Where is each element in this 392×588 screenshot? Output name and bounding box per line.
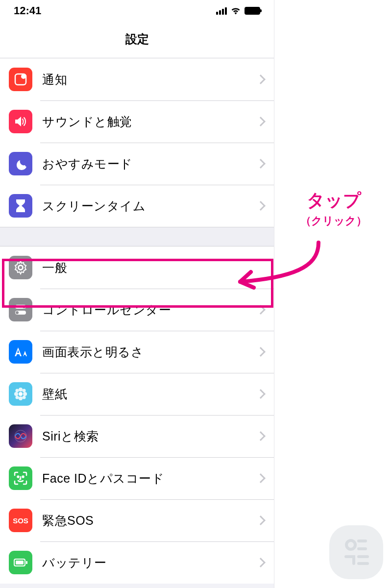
cellular-signal-icon xyxy=(216,7,227,15)
chevron-right-icon xyxy=(256,159,266,169)
settings-row-dnd[interactable]: おやすみモード xyxy=(0,143,274,185)
text-size-icon xyxy=(9,340,32,364)
svg-point-21 xyxy=(346,540,355,549)
row-label: 通知 xyxy=(42,72,257,88)
svg-point-8 xyxy=(19,396,23,400)
row-label: 一般 xyxy=(42,260,264,276)
settings-list: 通知サウンドと触覚おやすみモードスクリーンタイム一般コントロールセンター画面表示… xyxy=(0,58,274,584)
chevron-right-icon xyxy=(256,558,266,567)
status-bar: 12:41 xyxy=(0,0,274,22)
speaker-icon xyxy=(9,110,32,133)
annotation-main: タップ xyxy=(277,189,390,213)
svg-point-10 xyxy=(23,392,27,396)
svg-rect-19 xyxy=(16,561,24,564)
row-label: コントロールセンター xyxy=(42,302,257,318)
status-time: 12:41 xyxy=(14,4,41,17)
svg-point-11 xyxy=(16,389,19,392)
chevron-right-icon xyxy=(256,473,266,483)
svg-point-3 xyxy=(23,305,25,308)
settings-row-sos[interactable]: SOS緊急SOS xyxy=(0,499,274,541)
chevron-right-icon xyxy=(256,515,266,525)
row-label: おやすみモード xyxy=(42,156,257,172)
svg-point-14 xyxy=(23,396,26,399)
chevron-right-icon xyxy=(256,201,266,211)
chevron-right-icon xyxy=(256,431,266,441)
svg-point-13 xyxy=(16,396,19,399)
settings-row-notifications[interactable]: 通知 xyxy=(0,58,274,100)
row-label: 緊急SOS xyxy=(42,513,257,529)
svg-point-6 xyxy=(19,392,23,396)
moon-icon xyxy=(9,152,32,175)
row-label: サウンドと触覚 xyxy=(42,114,257,130)
page-title: 設定 xyxy=(0,22,274,58)
switches-icon xyxy=(9,298,32,321)
tap-annotation: タップ （クリック） xyxy=(277,189,390,228)
face-id-icon xyxy=(9,466,32,490)
gear-icon xyxy=(9,256,32,279)
section-separator xyxy=(0,227,274,246)
settings-row-wallpaper[interactable]: 壁紙 xyxy=(0,373,274,415)
settings-section: 通知サウンドと触覚おやすみモードスクリーンタイム xyxy=(0,58,274,227)
row-label: 画面表示と明るさ xyxy=(42,344,257,360)
flower-icon xyxy=(9,382,32,406)
settings-row-battery[interactable]: バッテリー xyxy=(0,541,274,584)
chevron-right-icon xyxy=(256,347,266,357)
svg-point-16 xyxy=(18,476,19,478)
annotation-sub: （クリック） xyxy=(277,214,390,228)
row-label: バッテリー xyxy=(42,555,257,571)
hourglass-icon xyxy=(9,194,32,218)
settings-row-general[interactable]: 一般 xyxy=(0,246,274,289)
watermark xyxy=(329,525,383,579)
settings-row-siri[interactable]: Siriと検索 xyxy=(0,415,274,457)
settings-row-control[interactable]: コントロールセンター xyxy=(0,289,274,331)
chevron-right-icon xyxy=(256,305,266,315)
row-label: Face IDとパスコード xyxy=(42,470,257,487)
battery-icon xyxy=(9,551,32,574)
sos-icon: SOS xyxy=(9,509,32,532)
svg-point-12 xyxy=(23,389,26,392)
settings-row-display[interactable]: 画面表示と明るさ xyxy=(0,331,274,373)
settings-section: 一般コントロールセンター画面表示と明るさ壁紙Siriと検索Face IDとパスコ… xyxy=(0,246,274,584)
chevron-right-icon xyxy=(256,74,266,84)
row-label: Siriと検索 xyxy=(42,428,257,444)
row-label: スクリーンタイム xyxy=(42,198,257,214)
battery-icon xyxy=(245,7,260,15)
siri-icon xyxy=(9,424,32,448)
chevron-right-icon xyxy=(256,117,266,126)
wifi-icon xyxy=(231,7,241,15)
svg-point-9 xyxy=(14,392,18,396)
row-label: 壁紙 xyxy=(42,386,257,402)
settings-row-screentime[interactable]: スクリーンタイム xyxy=(0,185,274,227)
notification-icon xyxy=(9,68,32,91)
settings-screen: 12:41 設定 通知サウンドと触覚おやすみモードスクリーンタイム一般コントロー… xyxy=(0,0,274,588)
svg-point-1 xyxy=(21,74,26,79)
svg-point-7 xyxy=(19,388,23,392)
status-icons xyxy=(216,7,260,15)
svg-rect-20 xyxy=(26,561,27,564)
settings-row-faceid[interactable]: Face IDとパスコード xyxy=(0,457,274,499)
svg-point-5 xyxy=(16,311,19,314)
chevron-right-icon xyxy=(256,389,266,399)
settings-row-sounds[interactable]: サウンドと触覚 xyxy=(0,100,274,143)
svg-point-17 xyxy=(23,476,24,478)
